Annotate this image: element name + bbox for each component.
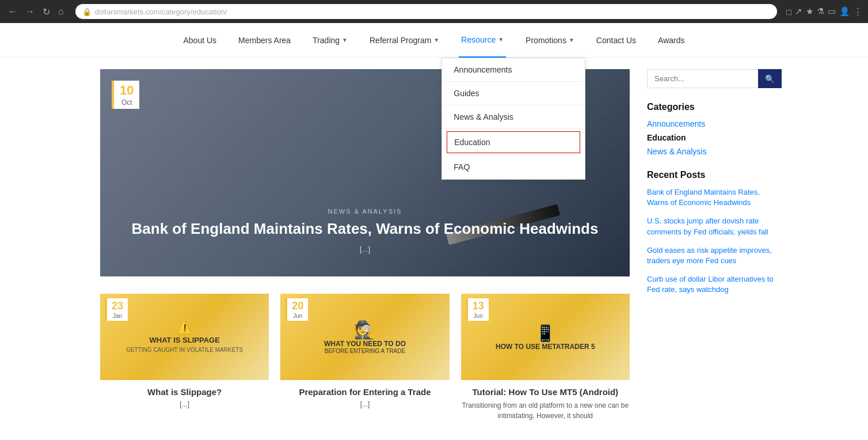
tab-icon[interactable]: ▭ (828, 6, 836, 17)
sidebar-cat-news-analysis[interactable]: News & Analysis (647, 147, 774, 156)
card-mt5[interactable]: 13 Jun 📱 HOW TO USE METATRADER 5 Tutoria… (461, 294, 630, 421)
search-button[interactable]: 🔍 (758, 69, 782, 88)
sidebar-cat-announcements[interactable]: Announcements (647, 119, 774, 128)
url-display: dollarsmarkets.com/category/education/ (95, 7, 227, 16)
card-1-bg-text: ⚠️ WHAT IS SLIPPAGE GETTING CAUGHT IN VO… (126, 321, 243, 353)
promotions-dropdown-arrow: ▼ (569, 23, 574, 58)
search-input[interactable] (647, 69, 758, 88)
recent-post-2[interactable]: U.S. stocks jump after dovish rate comme… (647, 216, 774, 237)
nav-trading[interactable]: Trading ▼ (310, 23, 350, 58)
forward-button[interactable]: → (23, 5, 37, 18)
referral-dropdown-arrow: ▼ (433, 23, 439, 58)
hero-more: [...] (100, 245, 630, 253)
card-3-image: 13 Jun 📱 HOW TO USE METATRADER 5 (461, 294, 630, 380)
profile-icon[interactable]: 👤 (839, 6, 850, 17)
nav-resource-wrapper: Resource ▼ Announcements Guides News & A… (459, 23, 506, 58)
extensions-icon[interactable]: ⚗ (817, 6, 824, 17)
nav-about-us[interactable]: About Us (181, 23, 219, 58)
recent-post-4[interactable]: Curb use of dollar Libor alternatives to… (647, 274, 774, 295)
card-3-icon: 📱 (496, 324, 595, 343)
sidebar: 🔍 Categories Announcements Education New… (641, 69, 779, 421)
page-layout: 10 Oct NEWS & ANALYSIS Bank of England M… (89, 58, 779, 433)
menu-icon[interactable]: ⋮ (854, 6, 862, 17)
recent-posts-heading: Recent Posts (647, 170, 774, 180)
dropdown-guides[interactable]: Guides (442, 82, 585, 105)
card-1-title: What is Slippage? (100, 387, 269, 397)
card-3-excerpt: Transitioning from an old platform to a … (461, 400, 630, 421)
hero-category: NEWS & ANALYSIS (100, 208, 630, 215)
nav-resource[interactable]: Resource ▼ (459, 23, 506, 58)
card-2-title: Preparation for Entering a Trade (280, 387, 449, 397)
browser-nav-buttons: ← → ↻ ⌂ (6, 5, 66, 18)
sidebar-cat-education[interactable]: Education (647, 133, 774, 142)
categories-heading: Categories (647, 102, 774, 112)
dropdown-education[interactable]: Education (447, 131, 580, 153)
lock-icon: 🔒 (82, 7, 92, 16)
card-3-title: Tutorial: How To Use MT5 (Android) (461, 387, 630, 397)
card-preparation[interactable]: 20 Jun 🕵️ WHAT YOU NEED TO DO BEFORE ENT… (280, 294, 449, 421)
card-3-date: 13 Jun (466, 298, 489, 321)
dropdown-faq[interactable]: FAQ (442, 155, 585, 179)
nav-promotions[interactable]: Promotions ▼ (523, 23, 577, 58)
card-2-bg-label: WHAT YOU NEED TO DO (324, 340, 406, 348)
card-2-bg-text: 🕵️ WHAT YOU NEED TO DO BEFORE ENTERING A… (324, 320, 406, 354)
sidebar-recent-posts: Recent Posts Bank of England Maintains R… (647, 170, 774, 295)
search-box: 🔍 (647, 69, 774, 88)
back-button[interactable]: ← (6, 5, 20, 18)
card-slippage[interactable]: 23 Jan ⚠️ WHAT IS SLIPPAGE GETTING CAUGH… (100, 294, 269, 421)
address-bar[interactable]: 🔒 dollarsmarkets.com/category/education/ (75, 4, 777, 19)
nav-contact-us[interactable]: Contact Us (594, 23, 638, 58)
nav-members-area[interactable]: Members Area (236, 23, 293, 58)
hero-title: Bank of England Maintains Rates, Warns o… (100, 219, 630, 239)
card-1-more: [...] (100, 400, 269, 408)
card-1-date: 23 Jan (105, 298, 128, 321)
recent-post-1[interactable]: Bank of England Maintains Rates, Warns o… (647, 187, 774, 208)
reload-button[interactable]: ↻ (40, 5, 52, 18)
sidebar-categories: Categories Announcements Education News … (647, 102, 774, 156)
trading-dropdown-arrow: ▼ (342, 23, 348, 58)
hero-date-badge: 10 Oct (112, 81, 139, 109)
card-1-image: 23 Jan ⚠️ WHAT IS SLIPPAGE GETTING CAUGH… (100, 294, 269, 380)
dropdown-news-analysis[interactable]: News & Analysis (442, 105, 585, 129)
share-icon[interactable]: ↗ (795, 6, 802, 17)
main-navigation: About Us Members Area Trading ▼ Referral… (0, 23, 868, 58)
card-2-more: [...] (280, 400, 449, 408)
hero-content: NEWS & ANALYSIS Bank of England Maintain… (100, 208, 630, 253)
cards-grid: 23 Jan ⚠️ WHAT IS SLIPPAGE GETTING CAUGH… (100, 294, 630, 421)
dropdown-announcements[interactable]: Announcements (442, 58, 585, 82)
card-1-sub-graphic: GETTING CAUGHT IN VOLATILE MARKETS (126, 347, 243, 353)
nav-referral-program[interactable]: Referral Program ▼ (367, 23, 441, 58)
card-1-title-graphic: WHAT IS SLIPPAGE (126, 336, 243, 344)
card-2-image: 20 Jun 🕵️ WHAT YOU NEED TO DO BEFORE ENT… (280, 294, 449, 380)
recent-post-3[interactable]: Gold eases as risk appetite improves, tr… (647, 245, 774, 266)
card-2-date: 20 Jun (285, 298, 308, 321)
card-3-bg-label: HOW TO USE METATRADER 5 (496, 343, 595, 351)
bookmark-icon[interactable]: ★ (806, 6, 813, 17)
resource-dropdown-menu: Announcements Guides News & Analysis Edu… (441, 58, 585, 180)
browser-chrome: ← → ↻ ⌂ 🔒 dollarsmarkets.com/category/ed… (0, 0, 868, 23)
resource-dropdown-arrow: ▼ (498, 22, 504, 57)
screenshot-icon[interactable]: □ (786, 7, 791, 17)
card-1-bg-label: ⚠️ (126, 321, 243, 333)
browser-actions: □ ↗ ★ ⚗ ▭ 👤 ⋮ (786, 6, 862, 17)
card-2-bg-sub: BEFORE ENTERING A TRADE (324, 348, 406, 354)
home-button[interactable]: ⌂ (56, 5, 66, 18)
nav-awards[interactable]: Awards (656, 23, 687, 58)
card-3-bg-text: 📱 HOW TO USE METATRADER 5 (496, 324, 595, 351)
card-2-icon: 🕵️ (324, 320, 406, 340)
